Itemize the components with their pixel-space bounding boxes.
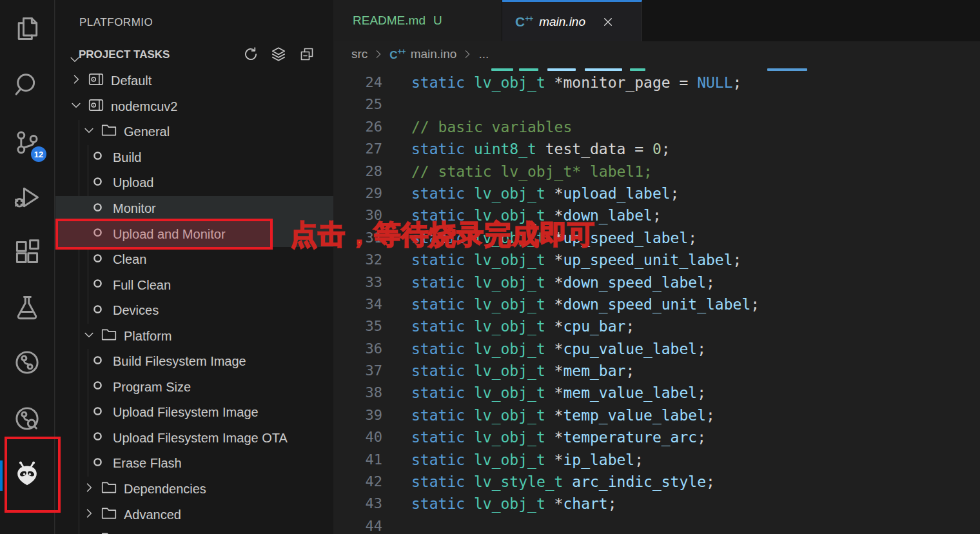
tree-item-label: General [124,124,170,139]
line-text: // static lv_obj_t* label1; [411,161,652,183]
code-line: 24static lv_obj_t *monitor_page = NULL; [333,72,980,94]
folder-icon [101,326,117,346]
collapse-all-button[interactable] [298,46,316,64]
line-text: static lv_obj_t *monitor_page = NULL; [411,72,741,94]
folder-icon [101,122,117,142]
line-number: 35 [333,315,382,337]
tree-item-label: Upload [113,175,153,190]
tree-item-upload-and-monitor[interactable]: Upload and Monitor [55,221,333,247]
tree-item-platform[interactable]: Platform [55,323,333,349]
task-circle-icon [92,226,104,242]
tab-readme-md[interactable]: README.mdU [333,0,502,41]
code-area[interactable]: 24static lv_obj_t *monitor_page = NULL;2… [333,67,980,534]
tree-item-build-filesystem-image[interactable]: Build Filesystem Image [55,349,333,375]
search-icon [13,70,41,101]
code-fragment [491,68,513,71]
activity-item-search[interactable] [0,66,54,106]
folder-icon [101,505,117,525]
tree-item-upload[interactable]: Upload [55,170,333,196]
tree-item-monitor[interactable]: Monitor [55,196,333,222]
testing-icon [13,293,41,324]
line-text: static lv_obj_t *up_speed_unit_label; [411,249,741,271]
breadcrumb-item-[interactable]: ... [478,47,489,61]
tree-item-erase-flash[interactable]: Erase Flash [55,451,333,477]
more-actions-button[interactable] [300,15,317,32]
line-number: 39 [333,404,382,426]
line-number: 32 [333,249,382,271]
task-circle-icon [92,150,104,165]
activity-item-explorer[interactable] [0,10,54,50]
task-circle-icon [92,405,104,420]
activity-item-gitlens-inspect[interactable] [0,400,54,440]
line-text: static lv_obj_t *temp_value_label; [411,404,715,426]
refresh-icon [242,46,259,65]
activity-item-source-control[interactable]: 12 [0,124,54,164]
gitlens-inspect-icon [13,404,41,435]
project-tasks-tree: Defaultnodemcuv2GeneralBuildUploadMonito… [55,68,333,534]
code-line: 27static uint8_t test_data = 0; [333,138,980,160]
activity-bar: 12 [0,0,55,534]
task-circle-icon [92,201,104,217]
activity-item-gitlens[interactable] [0,344,54,384]
tree-item-general[interactable]: General [55,119,333,145]
tree-item-full-clean[interactable]: Full Clean [55,272,333,298]
cpp-icon: C++ [389,47,405,62]
line-number: 24 [333,72,382,94]
chevron-down-icon [70,99,83,115]
git-status-badge: U [433,14,442,28]
refresh-button[interactable] [242,46,260,64]
tree-item-upload-filesystem-image[interactable]: Upload Filesystem Image [55,400,333,426]
layers-icon [270,46,287,65]
code-line: 32static lv_obj_t *up_speed_unit_label; [333,249,980,271]
project-icon [88,71,104,91]
line-number: 33 [333,272,382,293]
code-fragment [767,68,807,71]
line-number: 27 [333,138,382,160]
chevron-right-icon [83,507,95,523]
activity-item-testing[interactable] [0,289,54,329]
chevron-right-icon [462,49,473,59]
tree-item-program-size[interactable]: Program Size [55,375,333,400]
tree-item-dependencies[interactable]: Dependencies [55,477,333,502]
tree-item-upload-filesystem-image-ota[interactable]: Upload Filesystem Image OTA [55,426,333,451]
activity-item-platformio[interactable] [0,456,54,496]
tree-item-clean[interactable]: Clean [55,247,333,273]
tree-item-default[interactable]: Default [55,68,333,94]
line-number: 40 [333,426,382,448]
line-number: 41 [333,449,382,471]
tree-item-nodemcuv2[interactable]: nodemcuv2 [55,94,333,120]
code-fragment [519,68,538,71]
tree-item-label: Build Filesystem Image [113,354,246,369]
tree-item-label: Upload Filesystem Image OTA [113,431,288,446]
line-number: 43 [333,493,382,515]
tree-item-partial[interactable] [55,528,333,534]
cpp-icon: C++ [515,14,533,30]
code-line: 36static lv_obj_t *cpu_value_label; [333,338,980,360]
tree-item-label: Upload and Monitor [113,227,226,242]
task-circle-icon [92,303,104,319]
multi-env-button[interactable] [270,46,288,64]
tree-item-devices[interactable]: Devices [55,298,333,324]
tree-item-advanced[interactable]: Advanced [55,502,333,528]
chevron-right-icon [70,73,83,89]
platformio-sidebar: PLATFORMIO PROJECT TASKS Defaultnodemcuv… [55,0,333,534]
tree-item-label: Platform [124,329,172,344]
code-line: 41static lv_obj_t *ip_label; [333,449,980,471]
breadcrumb-item-src[interactable]: src [351,47,368,61]
line-text: // basic variables [411,116,572,138]
tab-main-ino[interactable]: C++main.ino [502,0,642,41]
breadcrumb-item-main-ino[interactable]: main.ino [411,47,457,61]
line-text: static lv_obj_t *mem_value_label; [411,382,706,404]
code-line: 29static lv_obj_t *upload_label; [333,183,980,204]
code-line: 25 [333,94,980,115]
tab-close-button[interactable] [602,16,614,28]
tree-item-build[interactable]: Build [55,145,333,171]
explorer-icon [13,14,41,45]
project-tasks-section-header[interactable]: PROJECT TASKS [55,43,333,68]
activity-item-extensions[interactable] [0,233,54,273]
activity-item-run-debug[interactable] [0,179,54,219]
chevron-right-icon [83,481,95,497]
line-text: static lv_obj_t *temperature_arc; [411,426,706,448]
code-line: 26// basic variables [333,116,980,138]
line-number: 36 [333,338,382,360]
